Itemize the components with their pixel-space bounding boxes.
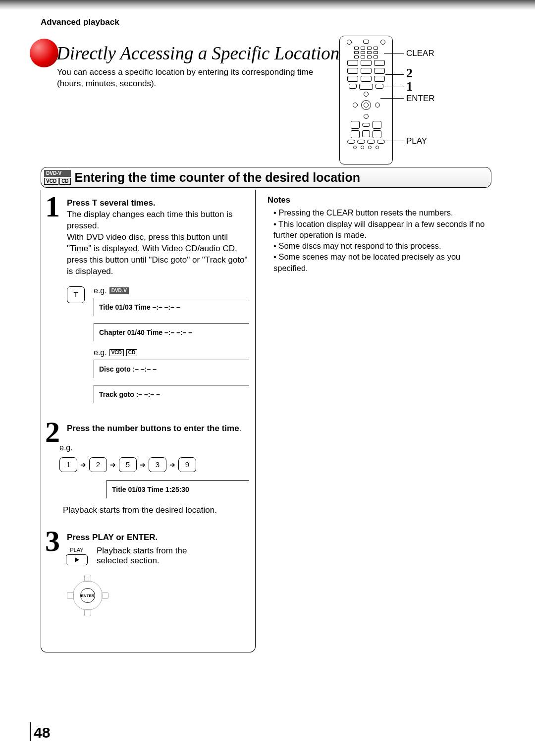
arrow-icon: ➔: [169, 461, 175, 469]
arrow-icon: ➔: [80, 461, 86, 469]
page-title: Directly Accessing a Specific Location: [56, 43, 339, 64]
display-readout: Title 01/03 Time –:– –:– –: [94, 298, 249, 316]
num-key: 3: [149, 457, 166, 472]
eg-prefix: e.g.: [59, 443, 249, 452]
step-heading-suffix: .: [239, 424, 242, 433]
step-number: 2: [45, 417, 60, 447]
badge-cd: CD: [126, 349, 137, 356]
badge-dvdv: DVD-V: [44, 170, 71, 177]
play-key-label: PLAY: [70, 547, 83, 553]
badge-dvdv: DVD-V: [109, 287, 129, 294]
remote-label-clear: CLEAR: [406, 49, 434, 58]
section-label: Advanced playback: [41, 17, 119, 27]
section-title: Entering the time counter of the desired…: [75, 170, 360, 185]
badge-vcd: VCD: [109, 349, 124, 356]
leader-line: [380, 98, 404, 99]
display-readout: Title 01/03 Time 1:25:30: [107, 480, 249, 498]
step-text: With DVD video disc, press this button u…: [67, 232, 248, 276]
steps-box: 1 Press T several times. The display cha…: [41, 190, 256, 652]
note-item: Some scenes may not be located precisely…: [273, 251, 491, 273]
title-row: Directly Accessing a Specific Location: [30, 39, 339, 67]
notes-section: Notes Pressing the CLEAR button resets t…: [268, 194, 491, 273]
display-readout: Track goto :– –:– –: [94, 385, 249, 403]
badge-vcd: VCD: [44, 178, 58, 185]
header-section: Advanced playback: [41, 17, 119, 27]
remote-label-num2: 2: [406, 66, 413, 81]
remote-label-play: PLAY: [406, 136, 427, 146]
num-key: 9: [178, 457, 196, 472]
number-key-sequence: 1➔ 2➔ 5➔ 3➔ 9: [59, 457, 249, 472]
disc-type-badges: DVD-V VCD CD: [41, 170, 75, 185]
note-item: Some discs may not respond to this proce…: [273, 240, 491, 251]
enter-dpad-diagram: ENTER: [68, 576, 107, 615]
step-heading: Press PLAY or ENTER.: [67, 533, 158, 542]
notes-heading: Notes: [268, 194, 491, 205]
eg-prefix: e.g.: [94, 348, 107, 357]
leader-line: [385, 74, 404, 75]
badge-cd: CD: [59, 178, 70, 185]
leader-line: [384, 53, 404, 54]
step-number: 3: [45, 526, 60, 556]
display-readout: Chapter 01/40 Time –:– –:– –: [94, 323, 249, 341]
step-heading: Press the number buttons to enter the ti…: [67, 424, 239, 433]
intro-text: You can access a specific location by en…: [57, 67, 334, 90]
remote-control-diagram: [339, 36, 393, 164]
arrow-icon: ➔: [140, 461, 146, 469]
play-key-icon: [66, 554, 88, 565]
step-heading: Press T several times.: [67, 198, 156, 208]
leader-line: [385, 87, 404, 87]
leader-line: [381, 141, 404, 141]
page-number-wrap: 48: [30, 722, 50, 741]
remote-label-enter: ENTER: [406, 94, 435, 104]
eg-prefix: e.g.: [94, 286, 107, 295]
note-item: Pressing the CLEAR button resets the num…: [273, 207, 491, 218]
step-number: 1: [45, 192, 60, 221]
page-number: 48: [34, 724, 50, 741]
step-text: Playback starts from the desired locatio…: [63, 505, 249, 515]
top-gradient-bar: [0, 0, 535, 10]
step-2: 2 Press the number buttons to enter the …: [47, 423, 249, 515]
red-sphere-bullet: [30, 39, 58, 67]
num-key: 2: [89, 457, 107, 472]
note-item: This location display will disappear in …: [273, 218, 491, 241]
display-readout: Disc goto :– –:– –: [94, 360, 249, 378]
remote-label-num1: 1: [406, 79, 413, 94]
step-3: 3 Press PLAY or ENTER. PLAY Playback sta…: [47, 532, 249, 616]
step-text: The display changes each time this butto…: [67, 210, 233, 230]
step-1: 1 Press T several times. The display cha…: [47, 198, 249, 410]
num-key: 1: [59, 457, 77, 472]
step-text: Playback starts from the selected sectio…: [97, 546, 220, 566]
arrow-icon: ➔: [110, 461, 116, 469]
num-key: 5: [119, 457, 137, 472]
t-key: T: [67, 286, 85, 303]
page-number-bar: [30, 722, 31, 741]
section-heading: DVD-V VCD CD Entering the time counter o…: [41, 167, 491, 188]
